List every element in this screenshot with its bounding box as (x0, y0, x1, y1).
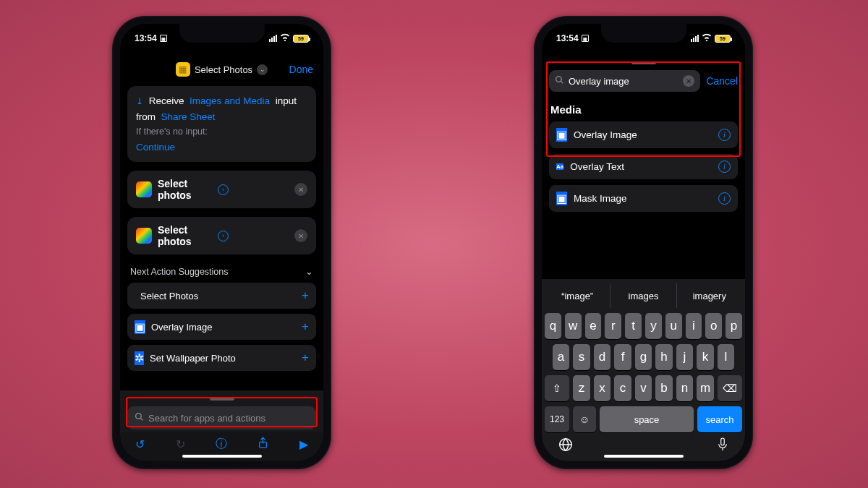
clock: 13:54 (556, 33, 579, 43)
key-w[interactable]: w (565, 313, 582, 339)
info-icon[interactable]: i (718, 160, 731, 173)
plus-icon[interactable]: + (302, 351, 309, 365)
chevron-down-icon: ⌄ (257, 64, 268, 75)
clear-search-icon[interactable]: ✕ (683, 75, 694, 87)
prediction-3[interactable]: imagery (676, 283, 742, 308)
focus-icon: ▦ (160, 35, 167, 42)
key-b[interactable]: b (655, 375, 673, 401)
keyboard: “image” images imagery qwertyuiop asdfgh… (542, 279, 745, 461)
screen-right: 13:54 ▦ 59 (542, 24, 745, 461)
key-m[interactable]: m (697, 375, 714, 401)
info-icon[interactable]: i (718, 129, 731, 141)
suggestion-select-photos[interactable]: Select Photos + (127, 283, 316, 309)
search-input[interactable]: Overlay image ✕ (549, 70, 700, 92)
prediction-2[interactable]: images (610, 283, 676, 308)
plus-icon[interactable]: + (302, 320, 309, 334)
receive-input-block[interactable]: ⤓ Receive Images and Media input from Sh… (127, 86, 316, 162)
key-y[interactable]: y (645, 313, 662, 339)
wifi-icon (280, 33, 290, 43)
key-shift[interactable]: ⇧ (545, 375, 569, 401)
suggestion-overlay-image[interactable]: ▣ Overlay Image + (127, 314, 316, 340)
key-backspace[interactable]: ⌫ (718, 375, 742, 401)
key-space[interactable]: space (600, 406, 694, 432)
svg-rect-6 (721, 438, 725, 445)
key-a[interactable]: a (553, 344, 570, 370)
keyboard-predictions: “image” images imagery (545, 283, 742, 308)
battery-icon: 59 (715, 35, 731, 43)
home-indicator[interactable] (604, 455, 684, 458)
suggestion-set-wallpaper[interactable]: ✲ Set Wallpaper Photo + (127, 345, 316, 371)
info-button[interactable]: ⓘ (216, 437, 227, 452)
key-123[interactable]: 123 (545, 406, 569, 432)
battery-icon: 59 (293, 35, 309, 43)
svg-point-0 (136, 414, 142, 419)
info-icon[interactable]: i (718, 192, 731, 205)
play-button[interactable]: ▶ (299, 437, 308, 451)
key-j[interactable]: j (676, 344, 694, 370)
redo-button: ↻ (176, 437, 185, 451)
shortcut-title-pill[interactable]: ▦ Select Photos ⌄ (176, 62, 268, 77)
cell-signal-icon (691, 35, 699, 42)
key-d[interactable]: d (594, 344, 611, 370)
result-overlay-image[interactable]: ▣ Overlay Image i (549, 121, 738, 148)
undo-button[interactable]: ↺ (135, 437, 145, 451)
key-s[interactable]: s (573, 344, 590, 370)
chevron-right-icon[interactable]: › (218, 231, 229, 241)
action-select-photos-2[interactable]: Select photos › ✕ (127, 217, 316, 254)
phone-left: 13:54 ▦ 59 ▦ Select Photos ⌄ Done (112, 16, 331, 469)
sheet-grabber[interactable] (210, 398, 234, 401)
key-v[interactable]: v (635, 375, 652, 401)
key-c[interactable]: c (614, 375, 631, 401)
key-i[interactable]: i (686, 313, 702, 339)
cancel-button[interactable]: Cancel (706, 75, 738, 87)
mic-icon[interactable] (716, 437, 729, 456)
svg-line-4 (561, 81, 563, 83)
done-button[interactable]: Done (289, 64, 313, 75)
shortcut-app-icon: ▦ (176, 62, 190, 77)
result-mask-image[interactable]: ▣ Mask Image i (549, 185, 738, 212)
chevron-down-icon[interactable]: ⌄ (305, 266, 313, 277)
notch (179, 24, 265, 43)
key-x[interactable]: x (594, 375, 611, 401)
key-r[interactable]: r (605, 313, 621, 339)
overlay-image-icon: ▣ (556, 128, 567, 142)
chevron-right-icon[interactable]: › (218, 184, 229, 195)
key-p[interactable]: p (726, 313, 742, 339)
key-e[interactable]: e (585, 313, 602, 339)
prediction-1[interactable]: “image” (545, 283, 610, 308)
key-q[interactable]: q (545, 313, 561, 339)
action-select-photos-1[interactable]: Select photos › ✕ (127, 171, 316, 208)
globe-icon[interactable] (558, 437, 574, 456)
key-g[interactable]: g (635, 344, 652, 370)
key-o[interactable]: o (705, 313, 722, 339)
no-input-action[interactable]: Continue (136, 140, 307, 155)
key-l[interactable]: l (718, 344, 735, 370)
sheet-grabber[interactable] (631, 61, 656, 64)
key-search[interactable]: search (697, 406, 742, 432)
key-k[interactable]: k (697, 344, 714, 370)
key-z[interactable]: z (573, 375, 590, 401)
focus-icon: ▦ (582, 35, 589, 42)
home-indicator[interactable] (182, 455, 262, 458)
input-types-link[interactable]: Images and Media (190, 95, 270, 106)
phone-right: 13:54 ▦ 59 (534, 16, 753, 469)
photos-icon (136, 181, 152, 197)
section-header-media: Media (550, 103, 736, 116)
plus-icon[interactable]: + (302, 288, 309, 303)
key-n[interactable]: n (676, 375, 694, 401)
key-t[interactable]: t (625, 313, 642, 339)
key-u[interactable]: u (665, 313, 682, 339)
delete-action-icon[interactable]: ✕ (294, 183, 307, 196)
result-overlay-text[interactable]: Aa Overlay Text i (549, 154, 738, 179)
overlay-image-icon: ▣ (135, 320, 145, 334)
delete-action-icon[interactable]: ✕ (294, 229, 307, 242)
search-input[interactable]: Search for apps and actions (127, 406, 316, 429)
search-icon (555, 75, 564, 87)
share-button[interactable] (258, 437, 268, 452)
screen-left: 13:54 ▦ 59 ▦ Select Photos ⌄ Done (120, 24, 323, 461)
key-emoji[interactable]: ☺ (573, 406, 596, 432)
key-h[interactable]: h (655, 344, 673, 370)
key-f[interactable]: f (614, 344, 631, 370)
wallpaper-icon: ✲ (135, 351, 144, 365)
input-source-link[interactable]: Share Sheet (161, 111, 216, 122)
